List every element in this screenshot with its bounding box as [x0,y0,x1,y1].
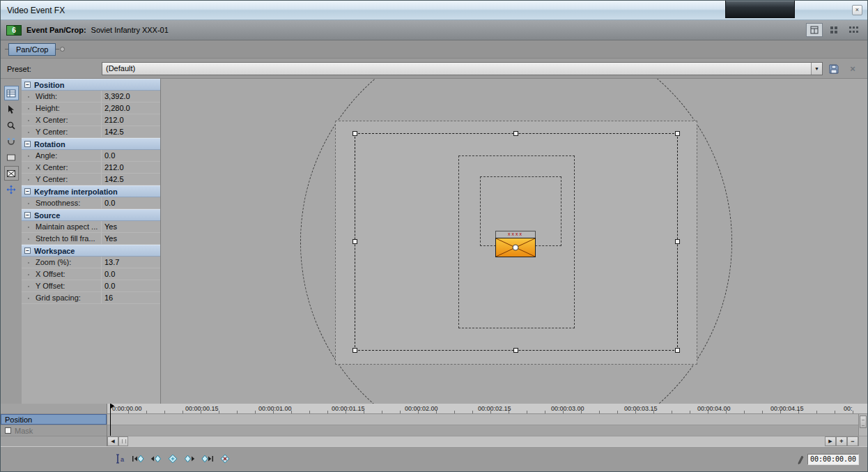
collapse-icon[interactable]: − [24,248,31,254]
scroll-track[interactable] [128,436,825,446]
last-keyframe-button[interactable] [201,453,215,464]
delete-keyframe-button[interactable] [218,453,232,464]
cursor-time-display[interactable]: 00:00:00.00 [807,454,859,465]
property-row[interactable]: Zoom (%):13.7 [22,257,160,268]
property-row[interactable]: Smoothness:0.0 [22,197,160,209]
property-row[interactable]: X Center:212.0 [22,114,160,126]
preset-value: (Default) [106,64,135,73]
plugin-layout-toggle-button[interactable] [806,23,823,37]
property-row[interactable]: Angle:0.0 [22,150,160,162]
mask-keyframe-track[interactable] [107,425,867,436]
collapse-icon[interactable]: − [24,188,31,195]
horizontal-scroll-thumb[interactable] [118,436,128,446]
property-row[interactable]: Y Center:142.5 [22,174,160,185]
collapse-icon[interactable]: − [24,141,31,147]
keyframe-tracks[interactable] [107,414,867,436]
background-window-fragment [725,1,795,18]
vertical-scroll-thumb[interactable] [860,416,867,428]
section-header-position[interactable]: − Position [22,79,160,91]
timeline-vertical-scrollbar[interactable] [858,414,867,436]
property-value[interactable]: 16 [104,294,113,302]
lock-aspect-ratio-button[interactable] [4,150,19,165]
position-keyframe-track[interactable] [107,414,867,425]
property-value[interactable]: 13.7 [104,258,119,266]
sync-cursor-button[interactable]: a [114,453,127,464]
chain-node-icon [60,47,65,52]
media-preview[interactable]: xxxx [495,231,536,257]
snapping-toggle-button[interactable] [4,134,19,149]
property-value[interactable]: 142.5 [104,175,124,183]
first-keyframe-button[interactable] [131,453,145,464]
collapse-icon[interactable]: − [24,82,31,88]
tab-pan-crop[interactable]: Pan/Crop [8,43,56,56]
rotation-center-icon[interactable] [496,238,535,257]
title-bar[interactable]: Video Event FX × [1,1,867,20]
grid-large-layout-button[interactable] [845,23,862,37]
scroll-left-button[interactable]: ◀ [107,436,118,446]
property-value[interactable]: Yes [104,222,117,231]
zoom-in-time-button[interactable]: + [836,436,847,446]
ruler-label: 00:00:02.15 [478,405,511,412]
property-row[interactable]: Stretch to fill fra...Yes [22,233,160,245]
grid-small-layout-button[interactable] [826,23,842,37]
zoom-out-time-button[interactable]: − [847,436,858,446]
crop-handle-top-left[interactable] [352,131,357,136]
timeline-ruler[interactable]: 0:00:00.00 00:00:00.15 00:00:01.00 00:00… [107,404,867,414]
section-header-source[interactable]: − Source [22,209,160,221]
property-value[interactable]: 142.5 [104,128,124,136]
pan-crop-workspace[interactable]: xxxx [161,79,867,404]
property-value[interactable]: 2,280.0 [104,104,130,112]
scroll-right-button[interactable]: ▶ [825,436,836,446]
preset-combobox[interactable]: (Default) ▼ [102,62,823,75]
property-value[interactable]: 0.0 [104,199,115,207]
property-value[interactable]: 212.0 [104,116,124,124]
section-header-keyframe-interpolation[interactable]: − Keyframe interpolation [22,185,160,197]
crop-handle-middle-left[interactable] [352,239,357,244]
property-row[interactable]: X Center:212.0 [22,162,160,174]
property-value[interactable]: 0.0 [104,270,115,278]
edit-cursor[interactable] [110,404,111,436]
previous-keyframe-button[interactable] [148,453,162,464]
next-keyframe-button[interactable] [183,453,197,464]
property-value[interactable]: 0.0 [104,282,115,290]
track-row-position[interactable]: Position [1,414,107,425]
property-row[interactable]: Y Center:142.5 [22,126,160,138]
zoom-edit-tool-button[interactable] [4,118,19,132]
move-freely-button[interactable] [4,182,19,197]
crop-handle-top-right[interactable] [675,131,680,136]
bullet-icon [28,155,29,157]
section-header-workspace[interactable]: − Workspace [22,245,160,257]
property-row[interactable]: Width:3,392.0 [22,91,160,102]
property-row[interactable]: X Offset:0.0 [22,268,160,280]
property-label: Width: [36,92,57,100]
crop-handle-bottom-center[interactable] [513,348,518,353]
normal-edit-tool-button[interactable] [4,102,19,116]
insert-keyframe-button[interactable] [166,453,180,464]
property-row[interactable]: Y Offset:0.0 [22,280,160,292]
fx-chain-row: Pan/Crop [1,40,867,59]
crop-handle-top-center[interactable] [513,131,518,136]
scale-about-center-button[interactable] [4,166,19,181]
edit-cursor-flag[interactable] [111,404,114,409]
collapse-icon[interactable]: − [24,212,31,218]
property-value[interactable]: 3,392.0 [104,92,130,100]
property-value[interactable]: 212.0 [104,163,124,172]
track-row-mask[interactable]: Mask [1,425,107,436]
crop-handle-bottom-left[interactable] [352,348,357,353]
property-value[interactable]: 0.0 [104,151,115,160]
crop-handle-bottom-right[interactable] [675,348,680,353]
crop-handle-middle-right[interactable] [675,239,680,244]
bullet-icon [28,274,29,275]
property-row[interactable]: Grid spacing:16 [22,292,160,304]
chevron-down-icon[interactable]: ▼ [811,63,822,75]
property-row[interactable]: Height:2,280.0 [22,102,160,114]
section-header-rotation[interactable]: − Rotation [22,138,160,150]
delete-preset-button[interactable]: × [845,62,860,76]
show-properties-button[interactable] [4,86,19,100]
mask-checkbox[interactable] [5,427,11,434]
property-row[interactable]: Maintain aspect ...Yes [22,221,160,233]
save-preset-button[interactable] [826,62,842,76]
property-value[interactable]: Yes [104,234,117,243]
property-label: Stretch to fill fra... [36,234,95,243]
close-button[interactable]: × [852,5,862,15]
